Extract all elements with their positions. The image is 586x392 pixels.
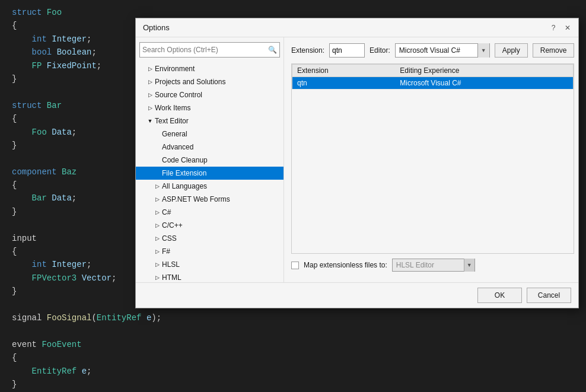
extension-editor-row: Extension: Editor: Microsoft Visual C# ▼…	[291, 43, 574, 58]
arrow-icon	[152, 167, 162, 180]
tree-item-text-editor[interactable]: ▼ Text Editor	[136, 114, 284, 128]
tree-item-label: Advanced	[162, 143, 284, 151]
tree-item-label: All Languages	[162, 182, 284, 190]
arrow-icon: ▷	[152, 219, 162, 232]
dialog-titlebar: Options ? ✕	[136, 18, 578, 37]
extension-label: Extension:	[291, 46, 324, 55]
arrow-icon: ▷	[152, 271, 162, 282]
tree-item-label: ASP.NET Web Forms	[162, 195, 284, 203]
tree-item-label: HTML	[162, 273, 284, 282]
tree-panel: 🔍 ▷ Environment ▷ Projects and Solutions…	[136, 37, 284, 282]
tree-item-fsharp[interactable]: ▷ F#	[136, 245, 284, 258]
extension-input[interactable]	[329, 43, 365, 58]
tree-item-all-languages[interactable]: ▷ All Languages	[136, 180, 284, 193]
arrow-icon: ▷	[152, 206, 162, 219]
tree-item-advanced[interactable]: Advanced	[136, 141, 284, 154]
tree-item-environment[interactable]: ▷ Environment	[136, 62, 284, 75]
cell-editor: Microsoft Visual C#	[395, 77, 574, 90]
map-label: Map extensionless files to:	[304, 261, 387, 269]
help-button[interactable]: ?	[547, 22, 559, 34]
tree-item-label: Environment	[155, 65, 284, 73]
tree-item-label: F#	[162, 247, 284, 256]
extension-table-wrap: Extension Editing Experience qtn Microso…	[291, 63, 574, 254]
tree-item-label: C/C++	[162, 221, 284, 230]
options-dialog: Options ? ✕ 🔍 ▷ Environment ▷	[135, 18, 579, 308]
chevron-down-icon: ▼	[464, 259, 474, 272]
map-select[interactable]: HLSL Editor ▼	[392, 259, 475, 272]
col-extension: Extension	[292, 65, 396, 77]
right-panel: Extension: Editor: Microsoft Visual C# ▼…	[284, 37, 578, 282]
editor-label: Editor:	[370, 46, 390, 55]
arrow-icon: ▼	[145, 114, 155, 128]
dialog-overlay: Options ? ✕ 🔍 ▷ Environment ▷	[0, 0, 586, 392]
map-extensionless-row: Map extensionless files to: HLSL Editor …	[291, 259, 574, 272]
arrow-icon	[152, 128, 162, 141]
arrow-icon: ▷	[152, 245, 162, 258]
search-icon: 🔍	[265, 43, 279, 57]
tree-item-code-cleanup[interactable]: Code Cleanup	[136, 154, 284, 167]
tree-item-label: HLSL	[162, 260, 284, 269]
arrow-icon: ▷	[152, 180, 162, 193]
titlebar-controls: ? ✕	[547, 22, 574, 34]
tree-item-html[interactable]: ▷ HTML	[136, 271, 284, 282]
editor-select-value: Microsoft Visual C#	[396, 46, 477, 55]
tree-item-label: File Extension	[162, 169, 284, 177]
editor-select[interactable]: Microsoft Visual C# ▼	[395, 43, 490, 58]
ok-button[interactable]: OK	[477, 288, 522, 303]
close-button[interactable]: ✕	[562, 22, 574, 34]
arrow-icon: ▷	[145, 62, 155, 75]
map-select-value: HLSL Editor	[393, 261, 464, 269]
col-editing-experience: Editing Experience	[395, 65, 574, 77]
arrow-icon: ▷	[145, 101, 155, 114]
arrow-icon: ▷	[145, 75, 155, 88]
tree-item-label: Source Control	[155, 91, 284, 99]
arrow-icon: ▷	[152, 232, 162, 245]
search-box[interactable]: 🔍	[139, 42, 280, 58]
tree-item-file-extension[interactable]: File Extension	[136, 167, 284, 180]
tree-item-label: CSS	[162, 234, 284, 243]
chevron-down-icon: ▼	[477, 43, 489, 58]
arrow-icon: ▷	[152, 258, 162, 271]
tree-item-label: Text Editor	[155, 117, 284, 125]
tree-item-source-control[interactable]: ▷ Source Control	[136, 88, 284, 101]
apply-button[interactable]: Apply	[495, 43, 528, 58]
dialog-title: Options	[143, 23, 170, 32]
tree-item-label: C#	[162, 208, 284, 216]
search-input[interactable]	[140, 46, 265, 54]
cell-extension: qtn	[292, 77, 396, 90]
tree-item-general[interactable]: General	[136, 128, 284, 141]
table-row[interactable]: qtn Microsoft Visual C#	[292, 77, 574, 90]
tree-item-aspnet[interactable]: ▷ ASP.NET Web Forms	[136, 193, 284, 206]
dialog-body: 🔍 ▷ Environment ▷ Projects and Solutions…	[136, 37, 578, 282]
extension-table: Extension Editing Experience qtn Microso…	[292, 64, 574, 90]
tree-item-label: Code Cleanup	[162, 156, 284, 164]
remove-button[interactable]: Remove	[533, 43, 575, 58]
arrow-icon: ▷	[152, 193, 162, 206]
tree-item-projects[interactable]: ▷ Projects and Solutions	[136, 75, 284, 88]
tree-item-cpp[interactable]: ▷ C/C++	[136, 219, 284, 232]
cancel-button[interactable]: Cancel	[527, 288, 571, 303]
tree-item-css[interactable]: ▷ CSS	[136, 232, 284, 245]
arrow-icon	[152, 141, 162, 154]
tree-item-work-items[interactable]: ▷ Work Items	[136, 101, 284, 114]
tree-item-csharp[interactable]: ▷ C#	[136, 206, 284, 219]
tree-item-label: Projects and Solutions	[155, 78, 284, 86]
arrow-icon	[152, 154, 162, 167]
map-checkbox[interactable]	[291, 262, 299, 269]
tree-item-label: General	[162, 130, 284, 138]
tree-item-label: Work Items	[155, 104, 284, 112]
dialog-footer: OK Cancel	[136, 282, 578, 308]
tree-item-hlsl[interactable]: ▷ HLSL	[136, 258, 284, 271]
arrow-icon: ▷	[145, 88, 155, 101]
